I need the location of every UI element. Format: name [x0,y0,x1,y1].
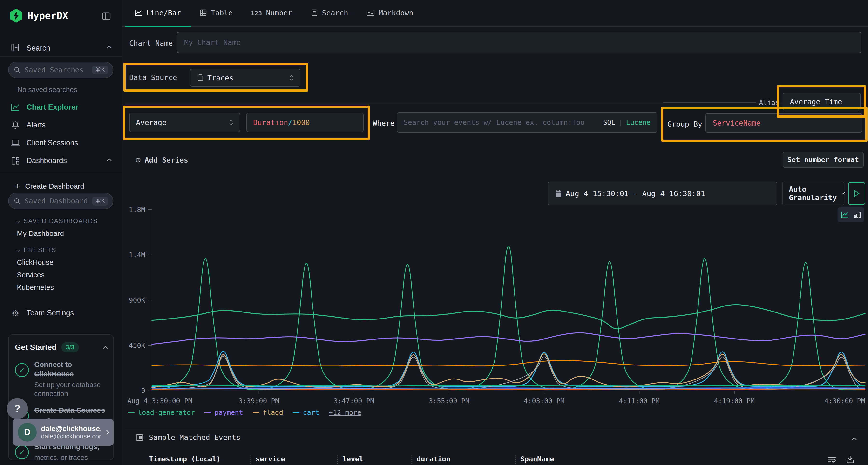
add-series-label: Add Series [145,156,188,164]
preset-item-services[interactable]: Services [17,271,44,279]
granularity-value: Auto Granularity [789,185,837,202]
legend-item--12-more[interactable]: +12 more [329,409,362,417]
get-started-item-title: Connect to ClickHouse [34,360,73,378]
tab-table[interactable]: Table [190,0,242,26]
get-started-item-title: Create Data Sources [34,406,105,414]
tab-label: Line/Bar [146,9,181,17]
chart-name-input[interactable] [184,38,855,47]
saved-dashboards-input[interactable]: ⌘K [8,193,113,209]
wrap-lines-icon[interactable] [827,455,837,464]
date-range-picker[interactable]: Aug 4 15:30:01 - Aug 4 16:30:01 [548,182,777,205]
column-separator [250,455,251,464]
sidebar-item-chart-explorer[interactable]: Chart Explorer [0,98,122,116]
tab-number[interactable]: 123Number [242,0,301,26]
data-source-select[interactable]: Traces [190,69,301,87]
expression-token: 1000 [292,118,310,127]
chart-name-input-wrap [177,32,861,53]
avatar: D [18,423,37,442]
select-chevrons-icon [229,120,234,125]
lucene-toggle[interactable]: Lucene [626,119,651,127]
sidebar-item-label: Dashboards [27,156,67,165]
table-icon [199,9,207,16]
date-range-value: Aug 4 15:30:01 - Aug 4 16:30:01 [566,189,705,198]
collapse-search-section-icon[interactable] [107,45,112,51]
add-series-button[interactable]: ⊕ Add Series [135,156,188,164]
tab-search[interactable]: Search [301,0,357,26]
chart-legend: load-generatorpaymentflagdcart+12 more [128,409,362,417]
column-separator [411,455,412,464]
sample-events-header[interactable]: Sample Matched Events [135,433,240,442]
sidebar-item-team-settings[interactable]: ⚙ Team Settings [0,304,122,322]
time-series-chart: 0450K900K1.4M1.8MAug 4 3:30:00 PM3:39:00… [122,205,868,409]
tab-label: Table [211,9,233,17]
data-source-value: Traces [207,74,234,82]
saved-searches-input[interactable]: ⌘K [8,62,113,78]
play-icon [854,190,860,197]
chevron-down-icon [17,219,20,223]
saved-dashboards-header[interactable]: SAVED DASHBOARDS [17,217,98,225]
column-header-level[interactable]: level [342,455,363,463]
legend-item-load-generator[interactable]: load-generator [128,409,195,417]
hyperdx-logo-icon [10,9,23,23]
presets-header[interactable]: PRESETS [17,246,56,254]
set-number-format-button[interactable]: Set number format [783,152,864,168]
group-by-input[interactable] [712,119,856,128]
tab-line-bar[interactable]: Line/Bar [125,0,190,26]
where-input[interactable]: Search your events w/ Lucene ex. column:… [397,112,657,133]
search-icon [13,66,21,73]
chevron-up-icon[interactable] [103,346,108,351]
column-header-service[interactable]: service [255,455,285,463]
sql-toggle[interactable]: SQL [603,119,615,127]
bell-icon [10,121,20,130]
get-started-header[interactable]: Get Started 3/3 [15,342,107,353]
sidebar-item-label: Alerts [27,121,45,129]
get-started-item[interactable]: ✓ Connect to ClickHouse Set up your data… [15,360,107,398]
expression-token: Duration [253,118,288,127]
sidebar-section-search[interactable]: Search [27,44,50,53]
field-expression-input[interactable]: Duration/1000 [246,113,364,132]
tab-label: Search [322,9,348,17]
preset-item-kubernetes[interactable]: Kubernetes [17,283,54,292]
tab-label: Number [266,9,292,17]
preset-item-clickhouse[interactable]: ClickHouse [17,258,54,266]
svg-text:Aug 4 3:30:00 PM: Aug 4 3:30:00 PM [127,397,192,405]
collapse-sidebar-icon[interactable] [101,11,112,21]
column-header-timestamp-local-[interactable]: Timestamp (Local) [149,455,221,463]
svg-text:4:11:00 PM: 4:11:00 PM [619,397,660,405]
user-account-chip[interactable]: D dale@clickhouse.com dale@clickhouse.co… [12,419,114,446]
legend-item-cart[interactable]: cart [293,409,319,417]
doc-list-icon [311,9,318,16]
svg-text:4:19:00 PM: 4:19:00 PM [714,397,755,405]
aggregation-value: Average [136,118,166,127]
check-circle-icon: ✓ [15,445,29,459]
download-icon[interactable] [845,455,855,464]
saved-searches-field[interactable] [24,66,89,74]
collapse-events-icon[interactable] [852,437,857,442]
sidebar-item-dashboards[interactable]: Dashboards [0,152,122,170]
divider [663,102,756,103]
aggregation-select[interactable]: Average [129,113,240,132]
create-dashboard-button[interactable]: + Create Dashboard [0,177,122,195]
get-started-item-subtitle: Set up your database connection [34,380,107,398]
sidebar-item-alerts[interactable]: Alerts [0,116,122,134]
calendar-icon [555,189,562,198]
where-label: Where [373,119,395,128]
get-started-title: Get Started [15,343,56,352]
tab-markdown[interactable]: Markdown [357,0,423,26]
gear-icon: ⚙ [10,308,20,318]
column-header-duration[interactable]: duration [416,455,451,463]
legend-item-flagd[interactable]: flagd [253,409,283,417]
run-query-button[interactable] [848,182,865,205]
alias-input[interactable] [789,97,854,106]
svg-text:900K: 900K [129,296,145,304]
markdown-icon [367,9,375,16]
column-header-spanname[interactable]: SpanName [520,455,554,463]
help-button[interactable]: ? [7,398,28,419]
legend-label: payment [215,409,243,417]
sidebar-item-client-sessions[interactable]: Client Sessions [0,134,122,152]
123-icon: 123 [251,9,262,17]
legend-item-payment[interactable]: payment [205,409,243,417]
saved-dashboard-item[interactable]: My Dashboard [17,229,64,238]
granularity-select[interactable]: Auto Granularity [782,182,844,205]
saved-dashboards-field[interactable] [24,197,89,205]
